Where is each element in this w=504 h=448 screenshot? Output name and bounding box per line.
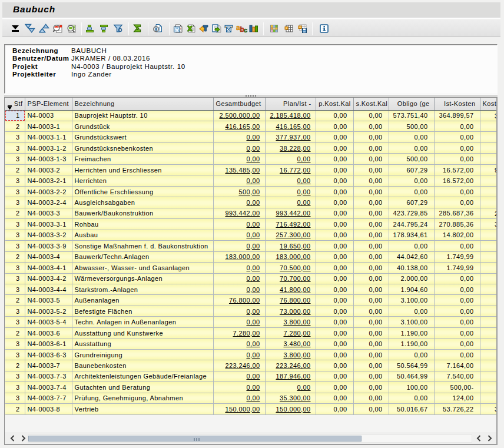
svg-text:c: c <box>244 26 247 34</box>
